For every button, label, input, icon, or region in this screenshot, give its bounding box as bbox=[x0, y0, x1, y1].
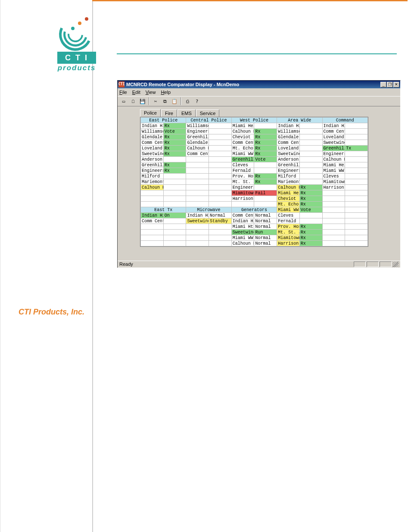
site-name[interactable]: Indian Hill bbox=[231, 218, 254, 224]
site-name[interactable]: Mt. St. Joesph bbox=[231, 179, 254, 185]
menu-file[interactable]: File bbox=[119, 90, 127, 95]
site-name[interactable]: Milford bbox=[277, 174, 300, 179]
site-name[interactable]: Comm Center bbox=[186, 151, 209, 157]
site-name[interactable]: Greenhills bbox=[141, 162, 164, 168]
site-name[interactable]: Comm Center bbox=[231, 213, 254, 218]
site-name[interactable] bbox=[186, 185, 209, 190]
site-name[interactable] bbox=[186, 157, 209, 162]
site-name[interactable]: Miamitown bbox=[231, 190, 254, 196]
site-name[interactable]: Greenhills bbox=[186, 134, 209, 140]
site-name[interactable]: Calhoun Hall bbox=[231, 129, 254, 134]
site-name[interactable] bbox=[231, 202, 254, 207]
site-name[interactable]: Williamson Rd. bbox=[141, 129, 164, 134]
site-name[interactable]: Engineers bbox=[277, 168, 300, 174]
site-name[interactable] bbox=[186, 179, 209, 185]
site-name[interactable]: Calhoun Hall bbox=[186, 146, 209, 151]
site-name[interactable]: Calhoun Hall bbox=[231, 241, 254, 246]
site-name[interactable] bbox=[186, 202, 209, 207]
site-name[interactable]: Indian Hill bbox=[141, 123, 164, 129]
site-name[interactable]: Miami Heights bbox=[322, 162, 345, 168]
site-name[interactable]: Comm Center bbox=[141, 140, 164, 146]
site-name[interactable]: Glendale W.T. bbox=[186, 140, 209, 146]
site-name[interactable]: Miami WW bbox=[277, 207, 300, 213]
site-name[interactable] bbox=[186, 190, 209, 196]
site-name[interactable]: Harrison bbox=[277, 241, 300, 246]
site-name[interactable]: Indian Hill bbox=[186, 213, 209, 218]
site-name[interactable]: Cleves bbox=[322, 174, 345, 179]
site-name[interactable]: Indian Hill bbox=[322, 123, 345, 129]
tab-service[interactable]: Service bbox=[196, 109, 220, 117]
site-name[interactable]: Comm Center bbox=[231, 140, 254, 146]
site-name[interactable]: Sweetwine bbox=[186, 218, 209, 224]
site-name[interactable]: Mt. Echo bbox=[277, 202, 300, 207]
close-button[interactable]: ✕ bbox=[393, 82, 399, 87]
site-name[interactable] bbox=[186, 235, 209, 241]
site-name[interactable]: Miamitown bbox=[322, 179, 345, 185]
site-name[interactable] bbox=[186, 196, 209, 202]
site-name[interactable]: Prov. Hosp. bbox=[277, 224, 300, 230]
site-name[interactable]: Engineers bbox=[231, 185, 254, 190]
site-name[interactable]: Indian Hill bbox=[141, 213, 164, 218]
site-name[interactable]: Anderson Twp bbox=[141, 157, 164, 162]
site-name[interactable]: Glendale W.T. bbox=[277, 134, 300, 140]
site-name[interactable] bbox=[141, 241, 164, 246]
site-name[interactable]: Sweetwine bbox=[277, 151, 300, 157]
site-name[interactable]: Engineers bbox=[141, 168, 164, 174]
site-name[interactable] bbox=[141, 196, 164, 202]
site-name[interactable]: Calhoun Hall bbox=[277, 185, 300, 190]
site-name[interactable]: Greenhills bbox=[231, 157, 254, 162]
site-name[interactable]: Comm Center bbox=[322, 129, 345, 134]
site-name[interactable]: Anderson Twp. bbox=[277, 157, 300, 162]
site-name[interactable]: Sweetwine bbox=[141, 151, 164, 157]
site-name[interactable] bbox=[186, 241, 209, 246]
new-button[interactable]: ▭ bbox=[119, 97, 128, 106]
site-name[interactable]: Prov. Hosp. bbox=[231, 174, 254, 179]
site-name[interactable]: Miami Hts bbox=[231, 224, 254, 230]
site-name[interactable] bbox=[141, 190, 164, 196]
site-name[interactable]: Miami WW bbox=[322, 168, 345, 174]
site-name[interactable] bbox=[186, 224, 209, 230]
site-name[interactable]: Cheviot bbox=[231, 134, 254, 140]
site-name[interactable]: Cleves bbox=[277, 213, 300, 218]
site-name[interactable]: Comm Center bbox=[141, 218, 164, 224]
maximize-button[interactable]: ❐ bbox=[387, 82, 393, 87]
site-name[interactable]: Cheviot bbox=[277, 196, 300, 202]
site-name[interactable]: Sweetwine bbox=[231, 230, 254, 235]
site-name[interactable]: Harrison bbox=[231, 196, 254, 202]
site-name[interactable]: Williamson Rd bbox=[277, 129, 300, 134]
open-button[interactable]: ☖ bbox=[129, 97, 137, 106]
site-name[interactable] bbox=[186, 174, 209, 179]
site-name[interactable]: Williamson Rd. bbox=[186, 123, 209, 129]
site-name[interactable]: Miami Heights bbox=[277, 190, 300, 196]
site-name[interactable]: Loveland W.T. bbox=[141, 146, 164, 151]
site-name[interactable] bbox=[141, 235, 164, 241]
menu-edit[interactable]: Edit bbox=[132, 90, 140, 95]
site-name[interactable]: Mt. St. Joesph bbox=[277, 230, 300, 235]
site-name[interactable] bbox=[186, 230, 209, 235]
site-name[interactable]: Miami WW bbox=[231, 235, 254, 241]
site-name[interactable] bbox=[141, 230, 164, 235]
site-name[interactable]: Greenhills bbox=[277, 162, 300, 168]
site-name[interactable]: Engineers bbox=[322, 151, 345, 157]
site-name[interactable]: Mariemont bbox=[141, 179, 164, 185]
resize-grip-icon[interactable] bbox=[392, 261, 399, 267]
site-name[interactable]: Indian Hill bbox=[277, 123, 300, 129]
paste-button[interactable]: 📋 bbox=[170, 97, 179, 106]
site-name[interactable]: Miamitown bbox=[277, 235, 300, 241]
site-name[interactable]: Miami WW bbox=[231, 151, 254, 157]
site-name[interactable]: Calhoun Hall bbox=[322, 157, 345, 162]
site-name[interactable] bbox=[141, 202, 164, 207]
site-name[interactable]: Miami Heights bbox=[231, 123, 254, 129]
site-name[interactable]: Calhoun Hall bbox=[141, 185, 164, 190]
save-button[interactable]: 💾 bbox=[138, 97, 147, 106]
site-name[interactable]: Comm Center bbox=[277, 140, 300, 146]
site-name[interactable]: Fernald bbox=[231, 168, 254, 174]
cut-button[interactable]: ✂ bbox=[151, 97, 160, 106]
copy-button[interactable]: ⧉ bbox=[161, 97, 169, 106]
site-name[interactable]: Harrison bbox=[322, 185, 345, 190]
site-name[interactable] bbox=[141, 224, 164, 230]
site-name[interactable]: Loveland W.T. bbox=[322, 134, 345, 140]
titlebar[interactable]: CTI MCNRCD Remote Comparator Display - M… bbox=[118, 81, 400, 88]
site-name[interactable]: Cleves bbox=[231, 162, 254, 168]
menu-view[interactable]: View bbox=[146, 90, 156, 95]
